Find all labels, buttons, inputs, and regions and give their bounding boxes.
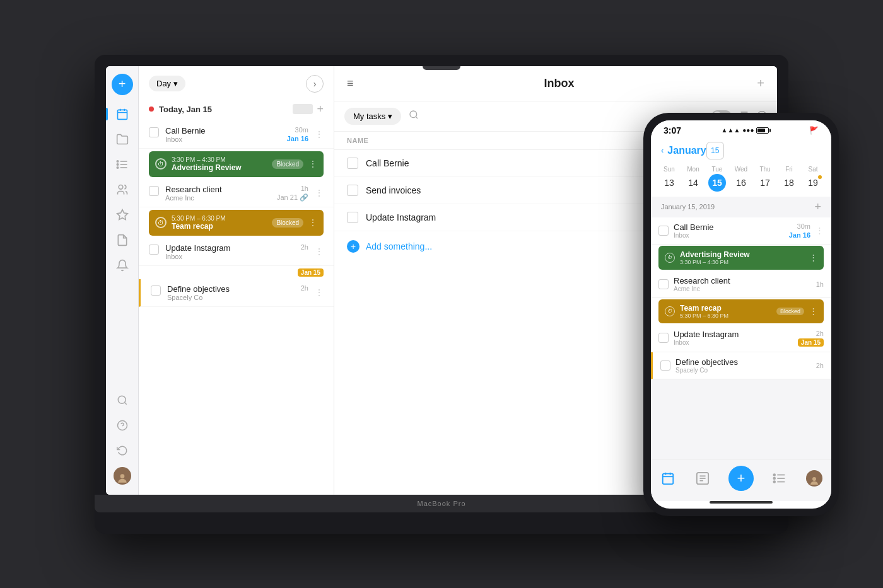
svg-point-17 [410,111,417,118]
phone-event-more[interactable]: ⋮ [809,253,817,262]
phone-task-call-bernie[interactable]: Call Bernie Inbox 30m Jan 16 ⋮ [651,217,831,245]
task-more-button[interactable]: ⋮ [315,188,324,198]
today-dot [149,107,154,112]
day-dropdown[interactable]: Day ▾ [149,76,185,91]
task-name: Call Bernie [165,126,281,135]
task-item-instagram[interactable]: Update Instagram Inbox 2h ⋮ [139,238,334,266]
phone-nav-profile[interactable] [805,470,823,487]
phone-task-name: Define objectives [675,357,811,367]
sidebar-item-calendar[interactable] [111,103,134,125]
phone-nav-calendar[interactable] [659,470,677,487]
menu-icon[interactable]: ≡ [347,77,354,90]
phone-task-research[interactable]: Research client Acme Inc 1h [651,271,831,298]
svg-point-9 [117,166,119,168]
dropdown-arrow-icon: ▾ [173,79,178,88]
avatar-icon[interactable] [111,464,134,487]
add-button[interactable]: + [112,74,133,95]
phone-event-time: 3:30 PM – 4:30 PM [680,259,804,265]
inbox-add-button[interactable]: + [757,76,764,91]
day-name-tue: Tue [705,164,729,174]
event-item-advertising[interactable]: ⏱ 3:30 PM – 4:30 PM Advertising Review B… [149,151,324,177]
day-name-sat: Sat [801,164,825,174]
laptop-notch [423,66,460,70]
phone-task-duration: 30m [797,222,810,230]
phone-event-more[interactable]: ⋮ [809,306,817,316]
day-num-19[interactable]: 19 [804,174,822,192]
phone-task-checkbox[interactable] [660,360,670,371]
task-name: Update Instagram [165,243,295,253]
svg-line-18 [416,117,418,118]
sidebar-item-bell[interactable] [111,254,134,277]
phone-event-recap[interactable]: ⏱ Team recap 5:30 PM – 6:30 PM Blocked ⋮ [658,299,824,323]
phone-nav-tasks[interactable] [694,470,711,487]
event-more-button[interactable]: ⋮ [308,217,317,228]
phone-event-name: Team recap [680,304,771,313]
task-checkbox[interactable] [151,285,161,296]
phone-task-checkbox[interactable] [658,333,669,343]
my-tasks-dropdown[interactable]: My tasks ▾ [344,108,401,125]
task-duration: 1h [301,185,308,192]
task-item-research[interactable]: Research client Acme Inc 1h Jan 21 🔗 ⋮ [139,180,334,207]
sidebar-item-notes[interactable] [111,229,134,251]
help-icon[interactable] [111,414,134,437]
phone-back-button[interactable]: ‹ January [661,145,706,156]
day-num-15-today[interactable]: 15 [708,174,726,192]
inbox-checkbox[interactable] [347,158,358,169]
inbox-checkbox[interactable] [347,212,358,223]
phone-event-clock-icon: ⏱ [665,253,675,263]
today-bar [293,104,313,114]
sidebar-item-list[interactable] [111,153,134,176]
event-blocked-badge: Blocked [272,159,303,169]
task-more-button[interactable]: ⋮ [315,287,324,297]
phone-calendar-icon[interactable]: 15 [706,142,724,159]
task-item-call-bernie[interactable]: Call Bernie Inbox 30m Jan 16 ⋮ [139,121,334,149]
inbox-header: ≡ Inbox + [334,66,777,101]
phone-event-blocked: Blocked [776,308,804,315]
search-button[interactable] [409,110,419,122]
svg-point-36 [773,481,775,483]
phone-task-name: Research client [674,276,811,285]
phone-task-sub: Inbox [674,232,784,239]
phone-event-advertising[interactable]: ⏱ Advertising Review 3:30 PM – 4:30 PM ⋮ [658,246,824,270]
today-label: Today, Jan 15 [159,105,288,114]
svg-point-10 [119,185,123,189]
sidebar-item-star[interactable] [111,204,134,226]
inbox-checkbox[interactable] [347,185,358,196]
event-clock-icon: ⏱ [155,158,167,170]
phone-nav-add-button[interactable]: + [728,466,754,491]
history-icon[interactable] [111,439,134,462]
calendar-panel: Day ▾ › Today, Jan 15 + Call Bernie Inbo… [139,66,334,495]
day-name-fri: Fri [777,164,801,174]
sidebar-item-folder[interactable] [111,128,134,151]
calendar-next-button[interactable]: › [306,75,324,93]
task-checkbox[interactable] [149,186,159,196]
phone-week-grid: Sun Mon Tue Wed Thu Fri Sat 13 14 15 16 … [651,164,831,197]
task-checkbox[interactable] [149,127,159,137]
day-num-18[interactable]: 18 [780,174,798,192]
today-add-button[interactable]: + [317,103,324,116]
day-num-13[interactable]: 13 [660,174,678,192]
day-num-14[interactable]: 14 [684,174,702,192]
phone-task-define[interactable]: Define objectives Spacely Co 2h [651,352,831,379]
add-task-label: Add something... [366,241,432,251]
phone-date-section: January 15, 2019 + [651,197,831,217]
event-name: Advertising Review [172,163,267,172]
day-num-16[interactable]: 16 [732,174,750,192]
event-item-recap[interactable]: ⏱ 5:30 PM – 6:30 PM Team recap Blocked ⋮ [149,210,324,236]
sidebar-item-people[interactable] [111,178,134,201]
task-checkbox[interactable] [149,245,159,255]
phone-task-checkbox[interactable] [658,226,669,236]
task-more-button[interactable]: ⋮ [315,246,324,257]
event-more-button[interactable]: ⋮ [308,159,317,169]
phone-task-instagram[interactable]: Update Instagram Inbox 2h Jan 15 [651,325,831,352]
task-more-button[interactable]: ⋮ [315,129,324,139]
phone-nav-list[interactable] [771,470,788,487]
phone-add-button[interactable]: + [814,200,821,214]
search-icon[interactable] [111,389,134,412]
task-subtitle: Inbox [165,135,281,143]
day-num-17[interactable]: 17 [756,174,774,192]
phone-task-more[interactable]: ⋮ [816,226,824,235]
phone-task-checkbox[interactable] [658,279,669,289]
task-item-define[interactable]: Define objectives Spacely Co 2h ⋮ [139,279,334,307]
day-name-wed: Wed [729,164,753,174]
